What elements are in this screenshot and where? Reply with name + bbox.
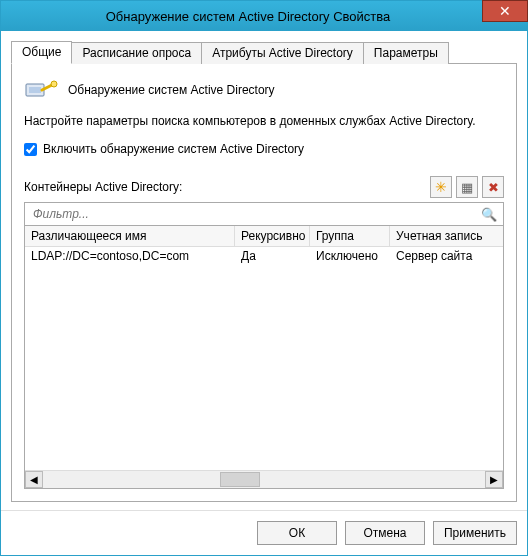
cancel-button[interactable]: Отмена (345, 521, 425, 545)
col-group[interactable]: Группа (310, 226, 390, 246)
client-area: Общие Расписание опроса Атрибуты Active … (1, 31, 527, 510)
tab-label: Общие (22, 45, 61, 59)
apply-button[interactable]: Применить (433, 521, 517, 545)
properties-dialog: Обнаружение систем Active Directory Свой… (0, 0, 528, 556)
containers-grid: Различающееся имя Рекурсивно Группа Учет… (24, 226, 504, 489)
cell-dn: LDAP://DC=contoso,DC=com (25, 247, 235, 265)
window-title: Обнаружение систем Active Directory Свой… (9, 9, 527, 24)
cell-recursive: Да (235, 247, 310, 265)
containers-header-row: Контейнеры Active Directory: ✳ ▦ ✖ (24, 176, 504, 198)
horizontal-scrollbar[interactable]: ◀ ▶ (25, 470, 503, 488)
col-recursive[interactable]: Рекурсивно (235, 226, 310, 246)
enable-row: Включить обнаружение систем Active Direc… (24, 142, 504, 156)
tab-general[interactable]: Общие (11, 41, 72, 64)
scroll-left-button[interactable]: ◀ (25, 471, 43, 488)
chevron-right-icon: ▶ (490, 474, 498, 485)
filter-input[interactable] (31, 206, 481, 222)
tab-attributes[interactable]: Атрибуты Active Directory (201, 42, 364, 64)
chevron-left-icon: ◀ (30, 474, 38, 485)
grid-header: Различающееся имя Рекурсивно Группа Учет… (25, 226, 503, 247)
properties-icon: ▦ (461, 180, 473, 195)
close-button[interactable]: ✕ (482, 0, 528, 22)
containers-label: Контейнеры Active Directory: (24, 180, 182, 194)
svg-point-2 (51, 81, 57, 87)
col-dn[interactable]: Различающееся имя (25, 226, 235, 246)
svg-rect-1 (29, 87, 41, 93)
scroll-right-button[interactable]: ▶ (485, 471, 503, 488)
close-icon: ✕ (499, 3, 511, 19)
tab-schedule[interactable]: Расписание опроса (71, 42, 202, 64)
filter-box: 🔍 (24, 202, 504, 226)
starburst-icon: ✳ (435, 179, 447, 195)
delete-container-button[interactable]: ✖ (482, 176, 504, 198)
delete-icon: ✖ (488, 180, 499, 195)
col-account[interactable]: Учетная запись (390, 226, 503, 246)
containers-toolbar: ✳ ▦ ✖ (430, 176, 504, 198)
panel-header: Обнаружение систем Active Directory (24, 76, 504, 104)
enable-label: Включить обнаружение систем Active Direc… (43, 142, 304, 156)
grid-body[interactable]: LDAP://DC=contoso,DC=com Да Исключено Се… (25, 247, 503, 470)
panel-description: Настройте параметры поиска компьютеров в… (24, 114, 504, 128)
scroll-track[interactable] (43, 471, 485, 488)
discovery-icon (24, 76, 58, 104)
tabstrip: Общие Расписание опроса Атрибуты Active … (11, 39, 517, 63)
scroll-thumb[interactable] (220, 472, 260, 487)
tab-label: Атрибуты Active Directory (212, 46, 353, 60)
panel-title: Обнаружение систем Active Directory (68, 83, 275, 97)
ok-button[interactable]: ОК (257, 521, 337, 545)
table-row[interactable]: LDAP://DC=contoso,DC=com Да Исключено Се… (25, 247, 503, 265)
edit-container-button[interactable]: ▦ (456, 176, 478, 198)
new-container-button[interactable]: ✳ (430, 176, 452, 198)
search-icon[interactable]: 🔍 (481, 207, 497, 222)
cell-account: Сервер сайта (390, 247, 503, 265)
cell-group: Исключено (310, 247, 390, 265)
tab-options[interactable]: Параметры (363, 42, 449, 64)
tab-panel-general: Обнаружение систем Active Directory Наст… (11, 63, 517, 502)
tab-label: Параметры (374, 46, 438, 60)
dialog-button-row: ОК Отмена Применить (1, 510, 527, 555)
tab-label: Расписание опроса (82, 46, 191, 60)
enable-checkbox[interactable] (24, 143, 37, 156)
titlebar[interactable]: Обнаружение систем Active Directory Свой… (1, 1, 527, 31)
